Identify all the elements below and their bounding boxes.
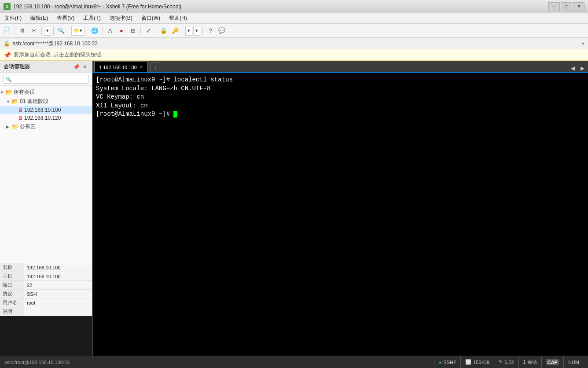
toolbar-help-btn[interactable]: ? (205, 26, 216, 36)
tree-item-basic[interactable]: ▼📂01 基础阶段 (0, 97, 92, 106)
addressbar: 🔒 ssh://root:******@192.168.10.100:22 ▾ (0, 38, 588, 49)
session-search-input[interactable]: 🔍 (4, 75, 88, 84)
toolbar-sep-5 (87, 26, 87, 35)
info-value-用户名: root (24, 298, 38, 307)
menu-item-帮助(H)[interactable]: 帮助(H) (165, 13, 191, 23)
tree-toggle-cloud[interactable]: ▶ (6, 125, 11, 129)
tree-item-all[interactable]: ▼📂所有会话 (0, 88, 92, 97)
menubar: 文件(F)编辑(E)查看(V)工具(T)选项卡(B)窗口(W)帮助(H) (0, 13, 588, 24)
lock-icon: 🔒 (4, 40, 10, 47)
tab-1-label: 1 192.168.10.100 (99, 65, 137, 70)
toolbar-red-btn[interactable]: ● (116, 26, 127, 36)
toolbar-dropdown-1[interactable]: ▾ (44, 26, 51, 36)
toolbar-dropdown-3[interactable]: ▾ (185, 26, 192, 36)
sidebar-pin-btn[interactable]: 📌 (73, 63, 80, 70)
sidebar: 会话管理器 📌 ✕ 🔍 ▼📂所有会话▼📂01 基础阶段🖥192.168.10.1… (0, 61, 92, 356)
tree-toggle-all[interactable]: ▼ (0, 90, 5, 95)
info-row-用户名: 用户名root (0, 298, 92, 307)
sidebar-search-area: 🔍 (0, 73, 92, 86)
statusbar-position: ✎ 5,22 (494, 356, 518, 368)
tree-item-host120[interactable]: 🖥192.168.10.120 (0, 114, 92, 122)
terminal[interactable]: [root@AlmaLinux9 ~]# localectl statusSys… (92, 73, 588, 356)
statusbar-connection: ssh://root@192.168.10.100:22 (4, 360, 70, 365)
terminal-output-2: VC Keymap: cn (96, 93, 144, 100)
titlebar-controls: ─ □ ✕ (548, 2, 584, 11)
info-label-端口: 端口 (0, 281, 24, 289)
titlebar-left: X 192.168.10.100 - root@AlmaLinux9:~ - X… (4, 3, 181, 10)
terminal-line-0: [root@AlmaLinux9 ~]# localectl status (96, 76, 584, 85)
toolbar-sep-4 (69, 26, 69, 35)
toolbar-globe-btn[interactable]: 🌐 (89, 26, 100, 36)
statusbar-ssh: ● SSH2 (434, 356, 460, 368)
toolbar-new-btn[interactable]: 📄 (2, 26, 12, 36)
statusbar-num: NUM (563, 356, 584, 368)
tab-1[interactable]: 1 192.168.10.100 ✕ (94, 62, 148, 72)
toolbar-sep-2 (41, 26, 42, 35)
info-label-协议: 协议 (0, 290, 24, 298)
tree-item-cloud[interactable]: ▶📁公有云 (0, 122, 92, 131)
tree-toggle-basic[interactable]: ▼ (6, 99, 11, 104)
toolbar-dropdown-2[interactable]: 📁▾ (71, 26, 85, 36)
tree-label-cloud: 公有云 (20, 123, 36, 130)
dimensions-icon: ⬜ (465, 359, 471, 365)
terminal-output-1: System Locale: LANG=zh_CN.UTF-8 (96, 85, 210, 92)
info-row-端口: 端口22 (0, 281, 92, 290)
toolbar: 📄 ⚙ ✂ ▾ 🔍 📁▾ 🌐 A ● ⊞ ⤢ 🔒 🔑 ▾ ▾ ? 💬 (0, 24, 588, 38)
toolbar-sep-6 (102, 26, 103, 35)
tab-bar: 1 192.168.10.100 ✕ + ◀ ▶ (92, 61, 588, 73)
cap-indicator: CAP (546, 359, 559, 365)
toolbar-expand-btn[interactable]: ⤢ (143, 26, 154, 36)
toolbar-search-btn[interactable]: 🔍 (56, 26, 66, 36)
close-button[interactable]: ✕ (573, 2, 584, 11)
minimize-button[interactable]: ─ (548, 2, 560, 11)
tab-1-close[interactable]: ✕ (140, 65, 143, 70)
menu-item-编辑(E)[interactable]: 编辑(E) (26, 13, 52, 23)
tab-add-button[interactable]: + (151, 63, 160, 72)
terminal-line-1: System Locale: LANG=zh_CN.UTF-8 (96, 85, 584, 93)
session-tree: ▼📂所有会话▼📂01 基础阶段🖥192.168.10.100🖥192.168.1… (0, 86, 92, 263)
statusbar: ssh://root@192.168.10.100:22 ● SSH2 ⬜ 15… (0, 356, 588, 368)
menu-item-文件(F)[interactable]: 文件(F) (0, 13, 26, 23)
toolbar-grid-btn[interactable]: ⊞ (128, 26, 138, 36)
statusbar-cap: CAP (541, 356, 563, 368)
sidebar-title: 会话管理器 (4, 63, 30, 70)
connection-icon-host120: 🖥 (18, 115, 23, 121)
toolbar-btn-1[interactable]: ⚙ (17, 26, 28, 36)
session-info-panel: 名称192.168.10.100主机192.168.10.100端口22协议SS… (0, 263, 92, 316)
titlebar: X 192.168.10.100 - root@AlmaLinux9:~ - X… (0, 0, 588, 13)
maximize-button[interactable]: □ (561, 2, 572, 11)
menu-item-选项卡(B)[interactable]: 选项卡(B) (105, 13, 137, 23)
info-value-端口: 22 (24, 281, 35, 289)
pin-icon: 📌 (4, 52, 11, 59)
info-value-名称: 192.168.10.100 (24, 263, 63, 272)
statusbar-ssh-label: SSH2 (443, 360, 456, 365)
menu-item-工具(T)[interactable]: 工具(T) (79, 13, 105, 23)
toolbar-sep-7 (140, 26, 141, 35)
statusbar-dimensions: ⬜ 156×39 (460, 356, 494, 368)
toolbar-lock-btn[interactable]: 🔒 (158, 26, 169, 36)
toolbar-key-btn[interactable]: 🔑 (170, 26, 180, 36)
toolbar-dropdown-4[interactable]: ▾ (193, 26, 200, 36)
folder-icon-cloud: 📁 (11, 123, 18, 130)
toolbar-sep-10 (202, 26, 203, 35)
toolbar-btn-2[interactable]: ✂ (29, 26, 39, 36)
menu-item-查看(V)[interactable]: 查看(V) (52, 13, 79, 23)
folder-icon-basic: 📂 (11, 98, 18, 105)
addressbar-expand-icon[interactable]: ▾ (582, 40, 584, 47)
tab-next-btn[interactable]: ▶ (578, 64, 586, 72)
toolbar-font-btn[interactable]: A (105, 26, 115, 36)
info-label-主机: 主机 (0, 272, 24, 280)
terminal-cursor (173, 111, 177, 118)
tree-label-all: 所有会话 (14, 88, 35, 96)
folder-icon-all: 📂 (5, 89, 12, 96)
sidebar-controls: 📌 ✕ (73, 63, 88, 70)
tab-nav-right: ◀ ▶ (569, 64, 586, 72)
info-row-说明: 说明 (0, 307, 92, 316)
toolbar-chat-btn[interactable]: 💬 (217, 26, 227, 36)
sidebar-close-btn[interactable]: ✕ (81, 63, 88, 70)
tree-item-host100[interactable]: 🖥192.168.10.100 (0, 106, 92, 114)
tab-prev-btn[interactable]: ◀ (569, 64, 577, 72)
ssh-icon: ● (439, 360, 442, 365)
menu-item-窗口(W)[interactable]: 窗口(W) (137, 13, 165, 23)
statusbar-sessions-value: 1 会话 (523, 359, 537, 365)
